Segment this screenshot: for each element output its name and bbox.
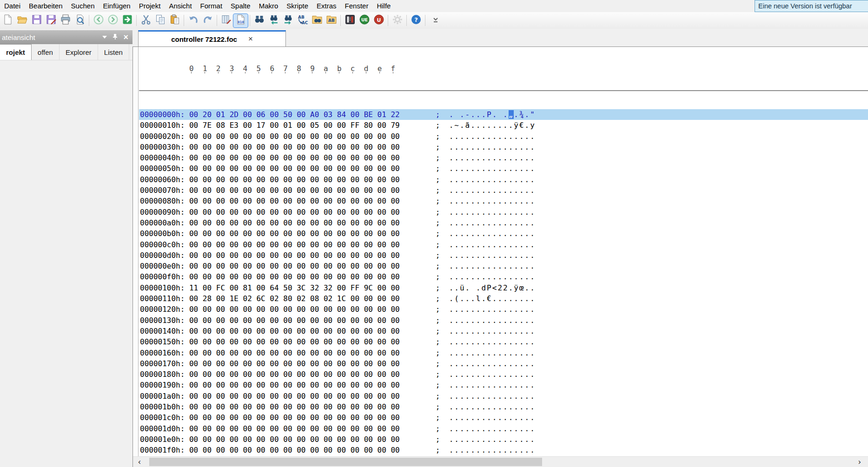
row-ascii[interactable]: ................	[449, 229, 536, 238]
hex-row[interactable]: 00000180h: 00 00 00 00 00 00 00 00 00 00…	[139, 369, 868, 380]
menu-item-skripte[interactable]: Skripte	[282, 0, 312, 12]
hex-row[interactable]: 00000150h: 00 00 00 00 00 00 00 00 00 00…	[139, 336, 868, 347]
hex-row[interactable]: 00000120h: 00 00 00 00 00 00 00 00 00 00…	[139, 304, 868, 315]
sidebar-tab-explorer[interactable]: Explorer	[60, 44, 98, 60]
nav-back-button[interactable]	[91, 14, 106, 27]
row-hex-bytes[interactable]: 00 00 00 00 00 00 00 00 00 00 00 00 00 0…	[189, 392, 400, 401]
hex-editor[interactable]: 0 1 2 3 4 5 6 7 8 9 a b c d e f 00000000…	[133, 46, 868, 467]
row-hex-bytes[interactable]: 00 00 00 00 00 00 00 00 00 00 00 00 00 0…	[189, 240, 400, 249]
row-hex-bytes[interactable]: 00 00 00 00 00 00 00 00 00 00 00 00 00 0…	[189, 337, 400, 346]
hex-row[interactable]: 00000060h: 00 00 00 00 00 00 00 00 00 00…	[139, 174, 868, 185]
hex-row[interactable]: 00000160h: 00 00 00 00 00 00 00 00 00 00…	[139, 348, 868, 358]
row-hex-bytes[interactable]: 00 00 00 00 00 00 00 00 00 00 00 00 00 0…	[189, 218, 400, 227]
row-ascii[interactable]: ................	[449, 272, 536, 281]
row-hex-bytes[interactable]: 00 00 00 00 00 00 00 00 00 00 00 00 00 0…	[189, 424, 400, 433]
row-hex-bytes[interactable]: 00 20 01 2D 00 06 00 50 00 A0 03 84 00 B…	[189, 110, 400, 119]
row-ascii[interactable]: .~.ã........ÿ€.y	[449, 121, 536, 130]
hex-row[interactable]: 000000b0h: 00 00 00 00 00 00 00 00 00 00…	[139, 228, 868, 239]
hex-row[interactable]: 00000050h: 00 00 00 00 00 00 00 00 00 00…	[139, 163, 868, 174]
ultraedit-logo-button[interactable]: UE	[357, 14, 371, 27]
row-ascii[interactable]: ................	[449, 251, 536, 260]
scroll-left-arrow-icon[interactable]: ‹	[135, 457, 144, 467]
row-hex-bytes[interactable]: 00 00 00 00 00 00 00 00 00 00 00 00 00 0…	[189, 435, 400, 444]
horizontal-scrollbar[interactable]: ‹ ›	[133, 456, 868, 467]
hex-row[interactable]: 00000090h: 00 00 00 00 00 00 00 00 00 00…	[139, 207, 868, 217]
paste-button[interactable]	[167, 14, 182, 27]
hex-row[interactable]: 00000020h: 00 00 00 00 00 00 00 00 00 00…	[139, 131, 868, 142]
row-hex-bytes[interactable]: 00 00 00 00 00 00 00 00 00 00 00 00 00 0…	[189, 381, 400, 389]
scrollbar-thumb[interactable]	[149, 458, 542, 466]
row-ascii[interactable]: ................	[449, 337, 536, 346]
hex-row[interactable]: 000001d0h: 00 00 00 00 00 00 00 00 00 00…	[139, 423, 868, 434]
row-ascii[interactable]: ................	[449, 359, 536, 368]
sidebar-tab-listen[interactable]: Listen	[98, 44, 129, 60]
hex-pane[interactable]: 0 1 2 3 4 5 6 7 8 9 a b c d e f 00000000…	[139, 47, 868, 457]
row-hex-bytes[interactable]: 00 00 00 00 00 00 00 00 00 00 00 00 00 0…	[189, 316, 400, 325]
toolbar-overflow-button[interactable]	[428, 14, 443, 27]
menu-item-projekt[interactable]: Projekt	[135, 0, 165, 12]
hex-row[interactable]: 000001e0h: 00 00 00 00 00 00 00 00 00 00…	[139, 434, 868, 445]
hex-row[interactable]: 00000110h: 00 28 00 1E 02 6C 02 80 02 08…	[139, 293, 868, 304]
row-ascii[interactable]: ................	[449, 186, 536, 195]
row-hex-bytes[interactable]: 00 00 00 00 00 00 00 00 00 00 00 00 00 0…	[189, 413, 400, 422]
find-next-button[interactable]	[281, 14, 295, 27]
menu-item-bearbeiten[interactable]: Bearbeiten	[25, 0, 67, 12]
menu-item-spalte[interactable]: Spalte	[226, 0, 255, 12]
row-ascii[interactable]: ................	[449, 218, 536, 227]
row-ascii[interactable]: ................	[449, 132, 536, 141]
hex-row[interactable]: 00000190h: 00 00 00 00 00 00 00 00 00 00…	[139, 380, 868, 390]
row-hex-bytes[interactable]: 00 00 00 00 00 00 00 00 00 00 00 00 00 0…	[189, 175, 400, 184]
row-hex-bytes[interactable]: 00 00 00 00 00 00 00 00 00 00 00 00 00 0…	[189, 143, 400, 151]
hex-row[interactable]: 000001f0h: 00 00 00 00 00 00 00 00 00 00…	[139, 445, 868, 455]
row-hex-bytes[interactable]: 00 00 00 00 00 00 00 00 00 00 00 00 00 0…	[189, 446, 400, 454]
help-button[interactable]: ?	[409, 14, 423, 27]
replace-in-files-button[interactable]: AB	[324, 14, 338, 27]
hex-row[interactable]: 00000000h: 00 20 01 2D 00 06 00 50 00 A0…	[139, 109, 868, 120]
row-ascii[interactable]: ................	[449, 240, 536, 249]
ultrafinder-logo-button[interactable]: U	[371, 14, 386, 27]
row-ascii[interactable]: . .-...P. .„.¾."	[449, 110, 536, 119]
hex-row[interactable]: 00000100h: 11 00 FC 00 81 00 64 50 3C 32…	[139, 283, 868, 293]
menu-item-suchen[interactable]: Suchen	[67, 0, 99, 12]
row-hex-bytes[interactable]: 00 00 00 00 00 00 00 00 00 00 00 00 00 0…	[189, 349, 400, 357]
hex-row[interactable]: 00000010h: 00 7E 08 E3 00 17 00 01 00 05…	[139, 120, 868, 131]
menu-item-format[interactable]: Format	[196, 0, 227, 12]
row-ascii[interactable]: ................	[449, 435, 536, 444]
redo-button[interactable]	[200, 14, 215, 27]
hex-row[interactable]: 00000080h: 00 00 00 00 00 00 00 00 00 00…	[139, 196, 868, 206]
scroll-right-arrow-icon[interactable]: ›	[855, 457, 864, 467]
row-hex-bytes[interactable]: 00 00 00 00 00 00 00 00 00 00 00 00 00 0…	[189, 153, 400, 162]
menu-item-datei[interactable]: Datei	[0, 0, 25, 12]
row-hex-bytes[interactable]: 00 00 00 00 00 00 00 00 00 00 00 00 00 0…	[189, 132, 400, 141]
row-hex-bytes[interactable]: 00 00 00 00 00 00 00 00 00 00 00 00 00 0…	[189, 327, 400, 335]
hex-row[interactable]: 00000130h: 00 00 00 00 00 00 00 00 00 00…	[139, 315, 868, 326]
edit-cursor[interactable]: „	[509, 110, 514, 119]
row-hex-bytes[interactable]: 11 00 FC 00 81 00 64 50 3C 32 32 00 FF 9…	[189, 283, 400, 292]
row-hex-bytes[interactable]: 00 00 00 00 00 00 00 00 00 00 00 00 00 0…	[189, 359, 400, 368]
document-tab[interactable]: controller 72122.foc ×	[138, 30, 286, 46]
row-hex-bytes[interactable]: 00 00 00 00 00 00 00 00 00 00 00 00 00 0…	[189, 370, 400, 379]
row-hex-bytes[interactable]: 00 00 00 00 00 00 00 00 00 00 00 00 00 0…	[189, 251, 400, 260]
menu-item-ansicht[interactable]: Ansicht	[165, 0, 196, 12]
print-button[interactable]	[58, 14, 73, 27]
row-ascii[interactable]: ................	[449, 197, 536, 205]
update-notification[interactable]: Eine neue Version ist verfügbar	[755, 0, 868, 12]
hex-row[interactable]: 000000d0h: 00 00 00 00 00 00 00 00 00 00…	[139, 250, 868, 261]
row-hex-bytes[interactable]: 00 00 00 00 00 00 00 00 00 00 00 00 00 0…	[189, 186, 400, 195]
new-file-button[interactable]	[0, 14, 15, 27]
hex-row[interactable]: 00000140h: 00 00 00 00 00 00 00 00 00 00…	[139, 326, 868, 336]
nav-forward-button[interactable]	[106, 14, 120, 27]
find-in-files-button[interactable]	[310, 14, 324, 27]
row-hex-bytes[interactable]: 00 00 00 00 00 00 00 00 00 00 00 00 00 0…	[189, 197, 400, 205]
sidebar-tab-offen[interactable]: offen	[32, 44, 60, 60]
row-ascii[interactable]: ................	[449, 381, 536, 389]
ultracompare-logo-button[interactable]	[343, 14, 357, 27]
row-ascii[interactable]: ................	[449, 143, 536, 151]
find-button[interactable]	[252, 14, 266, 27]
edit-columns-button[interactable]	[219, 14, 233, 27]
menu-item-hilfe[interactable]: Hilfe	[372, 0, 395, 12]
hex-row[interactable]: 000001a0h: 00 00 00 00 00 00 00 00 00 00…	[139, 391, 868, 401]
hex-row[interactable]: 000000f0h: 00 00 00 00 00 00 00 00 00 00…	[139, 271, 868, 282]
chevron-down-icon[interactable]	[102, 36, 107, 41]
go-arrow-button[interactable]	[120, 14, 134, 27]
